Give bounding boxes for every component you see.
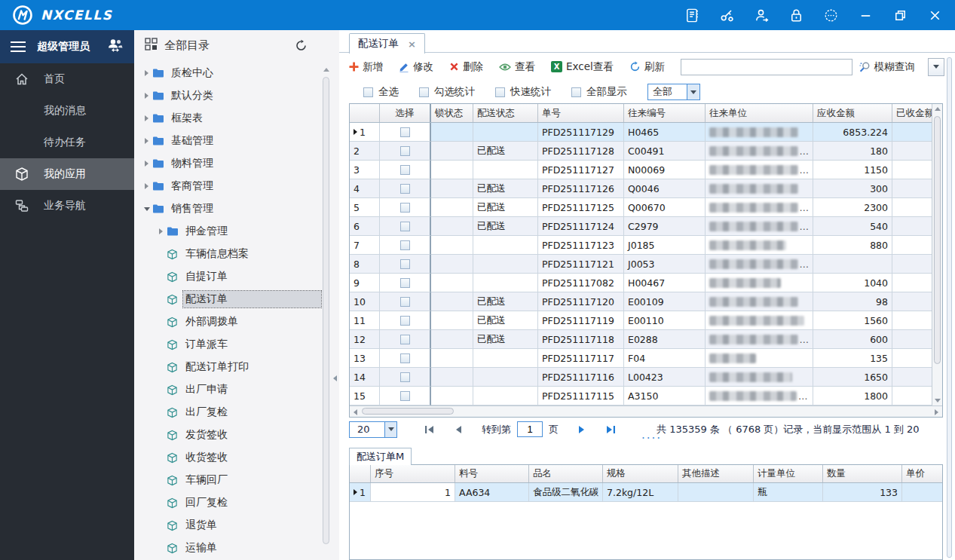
switch-user-icon[interactable]	[753, 7, 770, 23]
tree-item[interactable]: 出厂复检	[134, 401, 339, 424]
column-header[interactable]: 应收金额	[813, 104, 892, 122]
lock-icon[interactable]	[788, 7, 804, 23]
table-row[interactable]: 12已配送PFD251117118E0288…600	[350, 330, 932, 349]
more-icon[interactable]	[822, 7, 839, 23]
view-button[interactable]: 查看	[499, 60, 535, 74]
tree-item[interactable]: 押金管理	[134, 220, 339, 243]
row-checkbox[interactable]	[400, 222, 410, 231]
tree-item[interactable]: 订单派车	[134, 333, 339, 356]
splitter[interactable]: ····	[349, 441, 955, 446]
scrollbar-thumb[interactable]	[362, 408, 454, 415]
column-header[interactable]: 单价	[902, 465, 942, 482]
table-row[interactable]: 9PFD251117082H004671040	[350, 274, 932, 292]
excel-view-button[interactable]: X Excel查看	[551, 60, 614, 74]
row-checkbox[interactable]	[400, 316, 410, 326]
close-icon[interactable]	[926, 7, 943, 23]
tab-delivery-orders[interactable]: 配送订单 ×	[349, 33, 425, 54]
tree-item[interactable]: 框架表	[134, 107, 339, 130]
tree-item[interactable]: 回厂复检	[134, 491, 339, 514]
tree-item[interactable]: 运输单	[134, 537, 339, 559]
checkbox-icon[interactable]	[419, 87, 429, 97]
table-row[interactable]: 11已配送PFD251117119E001101560	[350, 311, 932, 330]
scope-select[interactable]: 全部	[647, 84, 700, 100]
row-checkbox[interactable]	[400, 297, 410, 307]
sidebar-item-messages[interactable]: 我的消息	[0, 95, 134, 127]
table-row[interactable]: 10已配送PFD251117120E0010998	[350, 292, 932, 311]
toolbar-dropdown-button[interactable]	[928, 58, 944, 76]
expander-expanded-icon[interactable]	[141, 207, 152, 211]
table-row[interactable]: 2已配送PFD251117128C00491…180	[350, 142, 932, 161]
scroll-up-arrow[interactable]	[323, 68, 329, 72]
column-header[interactable]: 品名	[529, 465, 603, 482]
row-checkbox[interactable]	[400, 127, 410, 137]
scroll-left-arrow[interactable]	[354, 409, 357, 415]
last-page-button[interactable]	[605, 425, 616, 434]
expander-collapsed-icon[interactable]	[141, 183, 152, 189]
expander-collapsed-icon[interactable]	[141, 161, 152, 167]
row-checkbox[interactable]	[400, 391, 410, 401]
column-header[interactable]: 料号	[455, 465, 529, 482]
tab-detail-lines[interactable]: 配送订单M	[349, 448, 412, 465]
column-header[interactable]: 往来编号	[624, 104, 706, 122]
expander-collapsed-icon[interactable]	[155, 228, 167, 234]
column-header[interactable]: 其他描述	[678, 465, 754, 482]
column-header[interactable]: 锁状态	[431, 104, 473, 122]
show-all-checkbox[interactable]: 全部显示	[571, 85, 627, 99]
table-row[interactable]: 5已配送PFD251117125Q00670…2300	[350, 198, 932, 217]
vertical-scrollbar[interactable]	[932, 104, 942, 405]
prev-page-button[interactable]	[455, 425, 462, 434]
sidebar-item-business-nav[interactable]: 业务导航	[0, 190, 134, 222]
scrollbar-thumb[interactable]	[934, 116, 941, 364]
tree-item[interactable]: 车辆回厂	[134, 469, 339, 491]
column-header[interactable]: 选择	[380, 104, 431, 122]
expander-collapsed-icon[interactable]	[141, 138, 152, 144]
minimize-icon[interactable]	[857, 7, 874, 23]
tree-item[interactable]: 自提订单	[134, 265, 339, 288]
table-row[interactable]: 15PFD251117115A3150…1800	[350, 387, 932, 405]
select-all-checkbox[interactable]: 全选	[363, 85, 399, 99]
tree-item[interactable]: 退货单	[134, 514, 339, 537]
tree-item[interactable]: 质检中心	[134, 62, 339, 84]
scrollbar-thumb[interactable]	[323, 77, 329, 544]
row-checkbox[interactable]	[400, 353, 410, 363]
row-checkbox[interactable]	[400, 203, 410, 213]
sidebar-item-my-apps[interactable]: 我的应用	[0, 158, 134, 190]
table-row[interactable]: 14PFD251117116L004231650	[350, 368, 932, 387]
tab-close-icon[interactable]: ×	[408, 39, 416, 49]
column-header[interactable]: 配送状态	[473, 104, 538, 122]
restore-icon[interactable]	[892, 7, 908, 23]
table-row[interactable]: 6已配送PFD251117124C2979…540	[350, 217, 932, 236]
tree-item[interactable]: 收货签收	[134, 446, 339, 469]
hamburger-icon[interactable]	[10, 41, 26, 53]
tree-item[interactable]: 物料管理	[134, 152, 339, 175]
fuzzy-search-button[interactable]: 模糊查询	[859, 60, 915, 74]
checkbox-icon[interactable]	[571, 87, 581, 97]
table-row[interactable]: 4已配送PFD251117126Q0046300	[350, 179, 932, 198]
sidebar-item-todo[interactable]: 待办任务	[0, 127, 134, 158]
column-header[interactable]: 计量单位	[754, 465, 823, 482]
column-header[interactable]: 数量	[823, 465, 902, 482]
tree-item[interactable]: 外部调拨单	[134, 311, 339, 333]
detail-row[interactable]: 11AA634食品级二氧化碳7.2kg/12L瓶133	[350, 483, 942, 502]
edit-button[interactable]: 修改	[399, 60, 433, 74]
tree-refresh-icon[interactable]	[295, 39, 308, 52]
row-checkbox[interactable]	[400, 335, 410, 344]
tree-item[interactable]: 车辆信息档案	[134, 243, 339, 265]
row-checkbox[interactable]	[400, 240, 410, 250]
sidebar-item-home[interactable]: 首页	[0, 63, 134, 95]
tree-item[interactable]: 配送订单打印	[134, 356, 339, 378]
column-header[interactable]: 往来单位	[706, 104, 813, 122]
key-settings-icon[interactable]	[718, 7, 735, 23]
splitter-grip-icon[interactable]: ····	[641, 436, 662, 442]
row-checkbox[interactable]	[400, 165, 410, 175]
tree-item[interactable]: 客商管理	[134, 175, 339, 197]
delete-button[interactable]: 删除	[449, 60, 483, 74]
tree-item[interactable]: 基础管理	[134, 130, 339, 152]
checkbox-icon[interactable]	[363, 87, 373, 97]
tree-item[interactable]: 配送订单	[134, 288, 339, 311]
row-checkbox[interactable]	[400, 146, 410, 156]
scroll-down-arrow[interactable]	[935, 399, 941, 402]
table-row[interactable]: 3PFD251117127N00069…1150	[350, 161, 932, 179]
table-row[interactable]: 8PFD251117121J0053…	[350, 255, 932, 274]
add-button[interactable]: 新增	[349, 60, 383, 74]
